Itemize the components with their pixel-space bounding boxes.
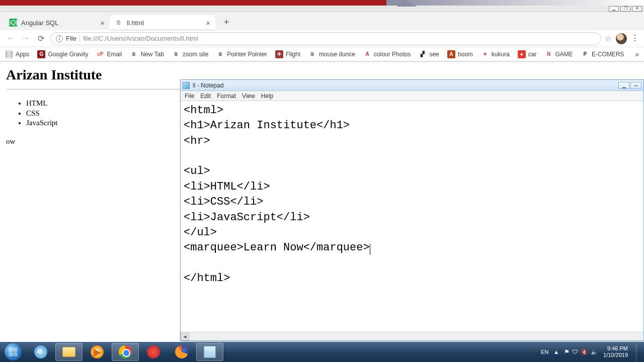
forward-button[interactable]: → — [20, 33, 31, 44]
bookmark-favicon: P — [581, 50, 589, 58]
reload-button[interactable]: ⟳ — [35, 34, 46, 43]
bookmarks-bar: ⋮⋮AppsGGoogle GravitycPEmail🗎New Tab🗎zoo… — [0, 47, 644, 61]
site-info-icon[interactable]: i — [56, 35, 63, 42]
bookmark-label: see — [429, 51, 439, 58]
notepad-titlebar[interactable]: ll - Notepad ▁ ▭ — [181, 80, 643, 91]
bookmark-favicon: ⋮⋮ — [5, 50, 13, 58]
taskbar-item-ie[interactable] — [27, 343, 54, 361]
bookmark-favicon: ▞ — [419, 50, 427, 58]
bookmark-item[interactable]: 🗎New Tab — [130, 50, 164, 58]
bookmark-star-icon[interactable]: ☆ — [605, 34, 612, 43]
notepad-maximize-button[interactable]: ▭ — [630, 82, 641, 89]
bookmark-label: Flight — [286, 51, 300, 58]
notepad-minimize-button[interactable]: ▁ — [618, 82, 629, 89]
new-tab-button[interactable]: + — [219, 15, 233, 29]
tab-angular-sql[interactable]: SQL Angular SQL × — [4, 15, 110, 30]
bookmarks-overflow-icon[interactable]: » — [635, 50, 639, 58]
taskbar-item-chrome[interactable] — [112, 343, 139, 361]
taskbar-clock[interactable]: 9:46 PM 1/10/2019 — [603, 345, 628, 358]
scroll-left-arrow-icon[interactable]: ◄ — [181, 333, 189, 340]
maximize-button[interactable]: ❐ — [620, 6, 630, 12]
bookmark-item[interactable]: ●car — [518, 50, 537, 58]
notepad-menu-item[interactable]: View — [242, 93, 255, 100]
bookmark-item[interactable]: 🗎Pointer Pointer — [216, 50, 267, 58]
bookmark-item[interactable]: ⋮⋮Apps — [5, 50, 29, 58]
bookmark-label: kukura — [492, 51, 510, 58]
system-tray: EN ▲ ⚑🛡🔇🔈 9:46 PM 1/10/2019 — [541, 343, 641, 361]
tab-favicon: 🗎 — [115, 19, 123, 27]
back-button[interactable]: ← — [5, 33, 16, 44]
tray-icons: ⚑🛡🔇🔈 — [564, 348, 598, 355]
bookmark-item[interactable]: GGoogle Gravity — [37, 50, 88, 58]
bookmark-item[interactable]: Acolour Photos — [363, 50, 411, 58]
bookmark-favicon: ● — [518, 50, 526, 58]
taskbar-item-notepad[interactable] — [196, 343, 223, 361]
clock-date: 1/10/2019 — [603, 352, 628, 358]
bookmark-favicon: 🗎 — [308, 50, 316, 58]
tab-ll-html[interactable]: 🗎 ll.html × — [110, 15, 215, 30]
windows-taskbar: ▶ EN ▲ ⚑🛡🔇🔈 9:46 PM 1/10/2019 — [0, 342, 644, 362]
address-bar[interactable]: i File file:///C:/Users/Arizan/Documents… — [50, 32, 601, 45]
code-line: <li>CSS</li> — [184, 195, 640, 210]
firefox-icon — [175, 345, 189, 359]
bookmark-item[interactable]: 🗎zoom site — [172, 50, 208, 58]
code-line — [184, 256, 640, 271]
bookmark-favicon: ✶ — [481, 50, 489, 58]
notepad-window[interactable]: ll - Notepad ▁ ▭ FileEditFormatViewHelp … — [180, 79, 644, 341]
tray-icon[interactable]: 🔇 — [581, 348, 588, 355]
bookmark-favicon: G — [37, 50, 45, 58]
tray-icon[interactable]: 🔈 — [591, 348, 598, 355]
bookmark-favicon: 🗎 — [172, 50, 180, 58]
taskbar-item-firefox[interactable] — [168, 343, 195, 361]
taskbar-item-media-player[interactable]: ▶ — [84, 343, 111, 361]
notepad-menu-item[interactable]: File — [185, 93, 194, 100]
notepad-menu-item[interactable]: Help — [261, 93, 274, 100]
url-separator — [79, 35, 80, 42]
notepad-text-area[interactable]: <html><h1>Arizan Institute</h1><hr> <ul>… — [181, 101, 643, 332]
chrome-window-controls: ▁ ❐ ✕ — [0, 6, 644, 12]
tray-icon[interactable]: ⚑ — [564, 348, 570, 355]
close-icon[interactable]: × — [206, 19, 210, 27]
chrome-menu-icon[interactable]: ⋮ — [631, 37, 639, 40]
tab-title: ll.html — [127, 19, 144, 27]
tab-strip: SQL Angular SQL × 🗎 ll.html × + — [0, 12, 644, 30]
bookmark-label: E-COMERS — [592, 51, 624, 58]
bookmark-favicon: N — [545, 50, 553, 58]
bookmark-item[interactable]: PE-COMERS — [581, 50, 624, 58]
taskbar-item-opera[interactable] — [140, 343, 167, 361]
show-desktop-button[interactable] — [636, 343, 641, 361]
bookmark-item[interactable]: NGAME — [545, 50, 573, 58]
code-line — [184, 149, 640, 164]
code-line: <marquee>Learn Now</marquee> — [184, 240, 640, 255]
taskbar-item-explorer[interactable] — [55, 343, 83, 361]
folder-icon — [62, 345, 76, 359]
code-line: <html> — [184, 103, 640, 118]
notepad-menu-bar: FileEditFormatViewHelp — [181, 91, 643, 101]
bookmark-item[interactable]: cPEmail — [96, 50, 122, 58]
url-path: file:///C:/Users/Arizan/Documents/ll.htm… — [83, 35, 198, 42]
tab-title: Angular SQL — [21, 19, 58, 27]
profile-avatar[interactable] — [616, 33, 627, 44]
tab-favicon: SQL — [9, 19, 17, 27]
bookmark-item[interactable]: 🗎mouse dunce — [308, 50, 355, 58]
code-line: </html> — [184, 271, 640, 286]
notepad-menu-item[interactable]: Edit — [200, 93, 211, 100]
bookmark-item[interactable]: Aboom — [447, 50, 473, 58]
chrome-toolbar: SQL Angular SQL × 🗎 ll.html × + ← → ⟳ i … — [0, 12, 644, 62]
tray-icon[interactable]: 🛡 — [572, 348, 578, 355]
notepad-horizontal-scrollbar[interactable]: ◄ — [181, 332, 643, 340]
bookmark-item[interactable]: ✶kukura — [481, 50, 510, 58]
notepad-menu-item[interactable]: Format — [217, 93, 236, 100]
close-icon[interactable]: × — [100, 19, 105, 27]
desktop-background-strip — [0, 0, 644, 6]
bookmark-favicon: A — [447, 50, 455, 58]
bookmark-item[interactable]: ✈Flight — [275, 50, 300, 58]
bookmark-item[interactable]: ▞see — [419, 50, 439, 58]
bookmark-favicon: cP — [96, 50, 104, 58]
start-button[interactable] — [0, 342, 26, 362]
close-button[interactable]: ✕ — [632, 6, 642, 12]
bookmark-label: Apps — [16, 51, 29, 58]
minimize-button[interactable]: ▁ — [609, 6, 619, 12]
tray-expand-icon[interactable]: ▲ — [553, 349, 559, 355]
language-indicator[interactable]: EN — [541, 349, 548, 355]
